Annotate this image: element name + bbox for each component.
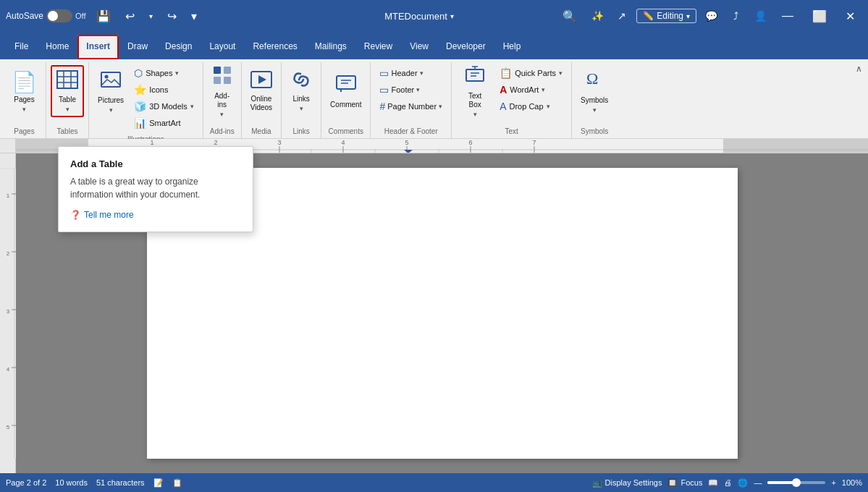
pagenumber-button[interactable]: # Page Number ▾	[375, 98, 447, 114]
tab-developer[interactable]: Developer	[437, 35, 494, 59]
doc-title[interactable]: MTEDocument ▾	[384, 11, 454, 22]
footer-button[interactable]: ▭ Footer ▾	[375, 82, 447, 98]
tab-view[interactable]: View	[401, 35, 437, 59]
icons-button[interactable]: ⭐ Icons	[130, 82, 198, 98]
textbox-button[interactable]: TextBox ▾	[456, 65, 494, 117]
print-layout-icon[interactable]: 🖨	[724, 478, 732, 487]
autosave-toggle[interactable]: AutoSave Off	[6, 9, 86, 22]
copilot-icon[interactable]: ✨	[587, 6, 607, 26]
symbols-button[interactable]: Ω Symbols ▾	[576, 65, 612, 117]
svg-rect-8	[224, 67, 231, 74]
undo-button[interactable]: ↩	[121, 7, 139, 26]
dropcap-button[interactable]: A Drop Cap ▾	[495, 98, 567, 114]
header-label: Header	[391, 69, 417, 77]
focus-button[interactable]: 🔲 Focus	[667, 478, 702, 488]
customize-button[interactable]: ▾	[187, 7, 201, 26]
editing-dropdown[interactable]: ▾	[686, 12, 690, 20]
proofing-icon[interactable]: 📝	[153, 478, 164, 488]
svg-text:3: 3	[7, 308, 10, 315]
links-button[interactable]: Links ▾	[286, 65, 316, 117]
footer-label: Footer	[391, 85, 414, 94]
wordart-button[interactable]: A WordArt ▾	[495, 82, 567, 98]
ribbon-group-illustrations: Pictures ▾ ⬡ Shapes ▾ ⭐ Icons 🧊 3D Model…	[89, 62, 203, 138]
char-count[interactable]: 51 characters	[96, 478, 145, 487]
left-ruler: 1 2 3 4 5	[0, 153, 16, 473]
minimize-button[interactable]: —	[775, 7, 801, 25]
pages-button[interactable]: 📄 Pages ▾	[7, 65, 41, 117]
save-button[interactable]: 💾	[92, 7, 115, 26]
zoom-minus[interactable]: —	[754, 478, 762, 487]
tab-layout[interactable]: Layout	[201, 35, 244, 59]
zoom-level[interactable]: 100%	[842, 478, 862, 487]
tab-file[interactable]: File	[6, 35, 37, 59]
tab-home[interactable]: Home	[37, 35, 77, 59]
tab-review[interactable]: Review	[355, 35, 401, 59]
read-mode-icon[interactable]: 📖	[708, 478, 718, 488]
svg-text:2: 2	[214, 139, 217, 146]
shapes-button[interactable]: ⬡ Shapes ▾	[130, 65, 198, 81]
svg-rect-9	[214, 77, 221, 84]
addins-button[interactable]: Add-ins ▾	[208, 65, 237, 117]
3dmodels-icon: 🧊	[134, 101, 146, 112]
tab-insert[interactable]: Insert	[77, 35, 119, 59]
ribbon-tabs: File Home Insert Draw Design Layout Refe…	[0, 32, 868, 59]
media-group-content: OnlineVideos	[245, 62, 278, 126]
tab-design[interactable]: Design	[156, 35, 201, 59]
pictures-button[interactable]: Pictures ▾	[93, 65, 128, 117]
zoom-slider[interactable]	[767, 481, 825, 484]
svg-text:1: 1	[7, 192, 10, 199]
comment-button[interactable]: Comment	[326, 65, 366, 117]
3dmodels-button[interactable]: 🧊 3D Models ▾	[130, 98, 198, 114]
search-button[interactable]: 🔍	[557, 7, 583, 26]
comments-group-content: Comment	[324, 62, 367, 126]
media-group-label: Media	[245, 126, 278, 138]
table-label: Table	[59, 96, 76, 104]
textbox-icon	[465, 65, 485, 90]
autosave-pill[interactable]	[46, 9, 72, 22]
comments-toggle-icon[interactable]: 💬	[701, 6, 721, 26]
ribbon-collapse-arrow[interactable]: ∧	[853, 62, 865, 75]
share-ribbon-icon[interactable]: ⤴	[725, 6, 746, 26]
svg-point-6	[105, 75, 109, 78]
svg-text:Ω: Ω	[586, 69, 598, 88]
share-icon[interactable]: ↗	[612, 6, 632, 26]
onlinevideos-button[interactable]: OnlineVideos	[246, 65, 277, 117]
quickparts-button[interactable]: 📋 Quick Parts ▾	[495, 65, 567, 81]
dropcap-icon: A	[500, 101, 506, 112]
svg-text:4: 4	[341, 139, 345, 146]
header-icon: ▭	[379, 67, 389, 79]
doc-title-dropdown[interactable]: ▾	[450, 12, 454, 20]
symbols-group-content: Ω Symbols ▾	[575, 62, 614, 126]
word-count[interactable]: 10 words	[55, 478, 88, 487]
tooltip-link[interactable]: ❓ Tell me more	[70, 210, 241, 220]
undo-dropdown-button[interactable]: ▾	[145, 9, 157, 23]
zoom-plus[interactable]: +	[831, 478, 835, 487]
profile-icon[interactable]: 👤	[750, 6, 770, 26]
maximize-button[interactable]: ⬜	[805, 7, 834, 26]
symbols-icon: Ω	[584, 69, 604, 95]
editing-badge[interactable]: ✏️ Editing ▾	[636, 9, 696, 23]
header-button[interactable]: ▭ Header ▾	[375, 65, 447, 81]
tab-help[interactable]: Help	[494, 35, 530, 59]
tab-references[interactable]: References	[244, 35, 306, 59]
ribbon-content: 📄 Pages ▾ Pages Table ▾	[0, 59, 868, 139]
table-button[interactable]: Table ▾	[51, 65, 84, 117]
title-bar-right: 🔍 ✨ ↗ ✏️ Editing ▾ 💬 ⤴ 👤 — ⬜ ✕	[557, 6, 862, 26]
tab-mailings[interactable]: Mailings	[306, 35, 355, 59]
title-bar: AutoSave Off 💾 ↩ ▾ ↪ ▾ MTEDocument ▾ 🔍 ✨…	[0, 0, 868, 32]
track-changes-icon[interactable]: 📋	[172, 478, 182, 488]
page-info[interactable]: Page 2 of 2	[6, 478, 46, 487]
ribbon-group-header-footer: ▭ Header ▾ ▭ Footer ▾ # Page Number ▾ He…	[371, 62, 452, 138]
web-layout-icon[interactable]: 🌐	[738, 478, 748, 488]
tab-draw[interactable]: Draw	[119, 35, 156, 59]
pictures-label: Pictures	[98, 96, 124, 105]
tables-group-content: Table ▾	[49, 62, 85, 126]
smartart-button[interactable]: 📊 SmartArt	[130, 115, 198, 131]
redo-button[interactable]: ↪	[163, 7, 181, 26]
display-settings-text: Display Settings	[605, 478, 662, 487]
autosave-knob	[48, 11, 58, 21]
zoom-minus-icon: —	[754, 478, 762, 487]
close-button[interactable]: ✕	[838, 7, 862, 26]
display-settings[interactable]: 📺 Display Settings	[592, 478, 662, 488]
ribbon-group-tables: Table ▾ Tables	[46, 62, 89, 138]
